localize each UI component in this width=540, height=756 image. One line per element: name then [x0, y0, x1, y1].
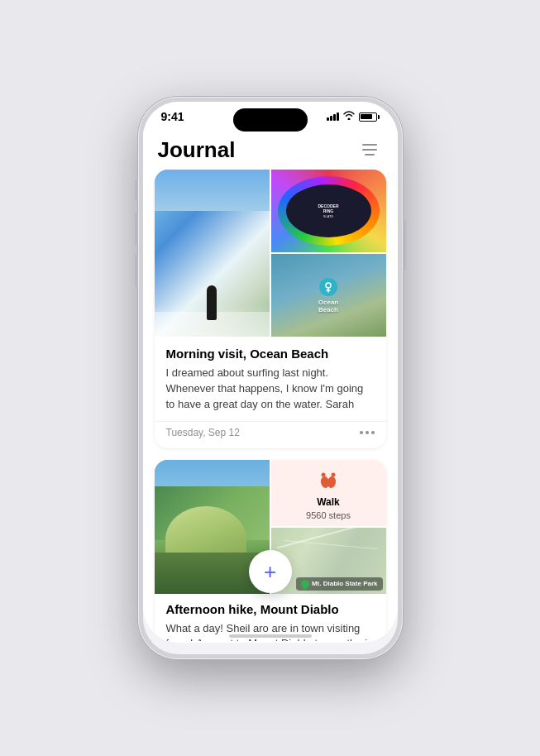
card-footer-ocean-beach: Tuesday, Sep 12: [155, 421, 386, 448]
entry-title-ocean-beach: Morning visit, Ocean Beach: [166, 347, 375, 361]
entry-body-mount-diablo: What a day! Sheil aro are in town visiti…: [166, 621, 375, 641]
footprint-icon: [317, 466, 340, 494]
entry-date-ocean-beach: Tuesday, Sep 12: [166, 427, 240, 438]
volume-down-button[interactable]: [135, 254, 138, 287]
status-time: 9:41: [161, 110, 184, 123]
dot-1: [360, 431, 363, 434]
photo-grid-ocean-beach: DECODERRINGSLATE: [155, 170, 386, 338]
walk-tile: Walk 9560 steps: [271, 460, 386, 526]
photo-decoder-ring: DECODERRINGSLATE: [271, 170, 386, 252]
svg-point-3: [322, 472, 326, 476]
dot-2: [366, 431, 369, 434]
dynamic-island: [233, 108, 308, 132]
mute-button[interactable]: [135, 179, 138, 201]
screen-content: Journal: [143, 127, 398, 643]
dot-3: [371, 431, 375, 434]
journal-card-ocean-beach[interactable]: DECODERRINGSLATE: [155, 170, 386, 448]
bar-4: [337, 112, 339, 121]
photo-ocean-beach: OceanBeach: [271, 254, 386, 337]
bar-2: [330, 116, 332, 121]
svg-point-4: [332, 472, 336, 476]
app-title: Journal: [158, 137, 236, 163]
signal-bars: [327, 112, 339, 121]
app-header: Journal: [143, 127, 398, 170]
plus-icon: +: [264, 561, 276, 582]
menu-line-1: [362, 144, 377, 146]
battery-icon: [359, 112, 380, 122]
phone-screen: 9:41: [143, 102, 398, 654]
entry-body-ocean-beach: I dreamed about surfing last night. When…: [166, 366, 375, 413]
more-options-button[interactable]: [360, 431, 375, 434]
photo-surfer: [155, 170, 270, 337]
entry-title-mount-diablo: Afternoon hike, Mount Diablo: [166, 602, 375, 616]
map-pin-icon: [299, 577, 311, 589]
wifi-icon: [343, 111, 355, 122]
bar-3: [333, 114, 336, 121]
status-icons: [327, 111, 380, 122]
menu-line-3: [365, 154, 375, 156]
ocean-beach-text: OceanBeach: [318, 299, 338, 313]
svg-point-2: [327, 476, 337, 489]
menu-button[interactable]: [356, 136, 383, 163]
svg-point-0: [326, 283, 331, 288]
menu-line-2: [362, 149, 377, 151]
walk-steps: 9560 steps: [306, 510, 351, 520]
walk-label: Walk: [317, 496, 340, 508]
map-location-label: Mt. Diablo State Park: [296, 577, 383, 591]
home-indicator[interactable]: [229, 634, 312, 638]
phone-frame: 9:41: [138, 97, 403, 659]
new-entry-button[interactable]: +: [249, 550, 292, 593]
volume-up-button[interactable]: [135, 213, 138, 246]
map-location-text: Mt. Diablo State Park: [312, 580, 378, 587]
power-button[interactable]: [403, 221, 406, 270]
bar-1: [327, 117, 329, 121]
card-text-ocean-beach: Morning visit, Ocean Beach I dreamed abo…: [155, 347, 386, 421]
